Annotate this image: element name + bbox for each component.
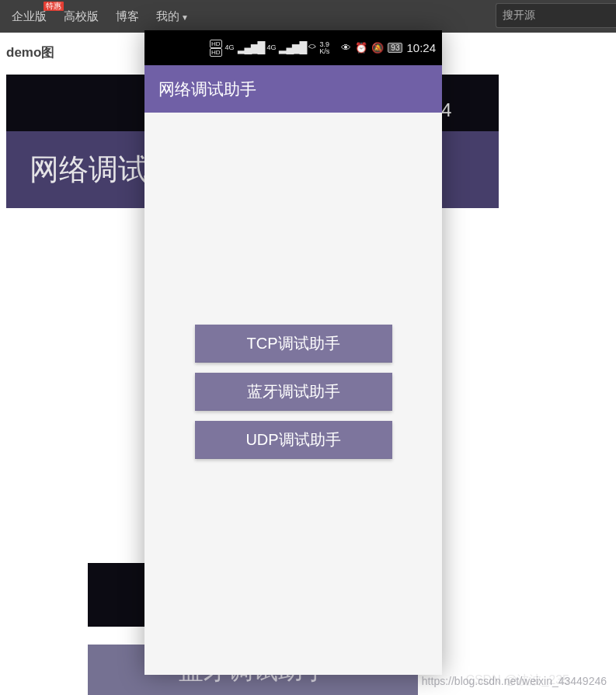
signal-icon: ▂▄▆█: [238, 44, 264, 51]
promo-badge: 特惠: [44, 2, 64, 11]
chevron-down-icon: ▼: [181, 13, 189, 22]
tcp-debug-button[interactable]: TCP调试助手: [195, 325, 392, 363]
nav-item-enterprise[interactable]: 企业版 特惠: [12, 9, 47, 24]
nav-item-mine[interactable]: 我的▼: [156, 9, 189, 24]
statusbar-time: 10:24: [406, 41, 436, 54]
hd-icon: HD: [210, 40, 222, 48]
app-title: 网络调试助手: [158, 78, 256, 100]
battery-icon: 93: [388, 43, 402, 53]
alarm-icon: ⏰: [355, 42, 367, 54]
signal-icon: ▂▄▆█: [279, 44, 305, 51]
nav-item-label: 我的: [156, 9, 179, 23]
app-bar: 网络调试助手: [144, 65, 442, 113]
nav-item-campus[interactable]: 高校版: [64, 9, 99, 24]
wifi-icon: ⌔: [308, 44, 316, 51]
search-placeholder: 搜开源: [503, 9, 535, 23]
nav-item-label: 企业版: [12, 9, 47, 23]
bluetooth-debug-button[interactable]: 蓝牙调试助手: [195, 373, 392, 411]
udp-debug-button[interactable]: UDP调试助手: [195, 421, 392, 459]
net-speed-unit: K/s: [319, 48, 329, 55]
nav-item-blog[interactable]: 博客: [116, 9, 139, 24]
network-gen-icon: 4G: [225, 44, 235, 51]
watermark-url: https://blog.csdn.net/weixin_43449246: [422, 675, 607, 687]
android-statusbar: HD HD 4G ▂▄▆█ 4G ▂▄▆█ ⌔ 3.9 K/s 👁 ⏰ 🔕 93…: [144, 30, 442, 65]
eye-icon: 👁: [341, 42, 351, 54]
background-title-fragment: 网络调试: [30, 150, 148, 189]
app-body: TCP调试助手 蓝牙调试助手 UDP调试助手: [144, 113, 442, 459]
network-gen-icon: 4G: [266, 44, 276, 51]
phone-frame: HD HD 4G ▂▄▆█ 4G ▂▄▆█ ⌔ 3.9 K/s 👁 ⏰ 🔕 93…: [144, 30, 442, 675]
hd-icon: HD: [210, 48, 222, 57]
search-input[interactable]: 搜开源: [496, 3, 616, 28]
top-navbar: 企业版 特惠 高校版 博客 我的▼ 搜开源: [0, 0, 616, 33]
mute-icon: 🔕: [371, 42, 384, 54]
